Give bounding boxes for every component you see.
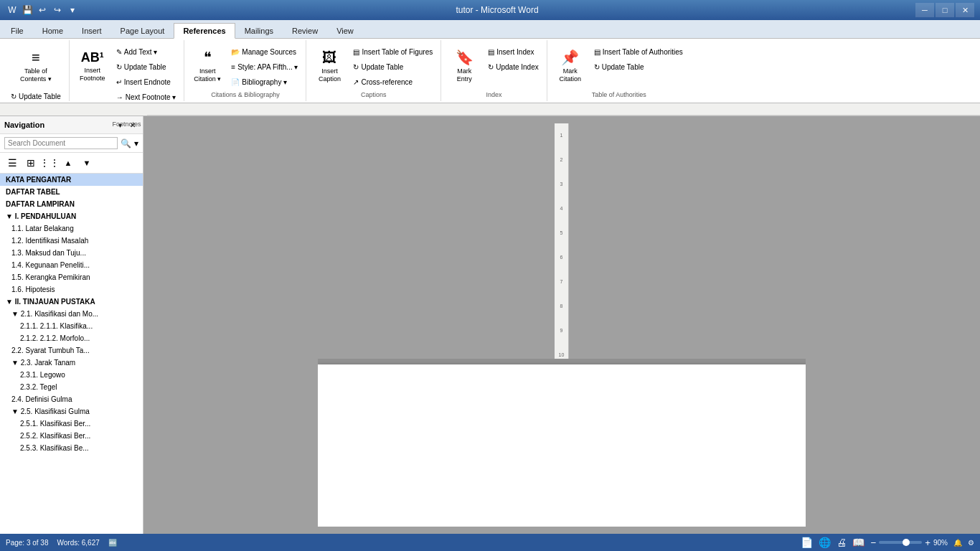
undo-button[interactable]: ↩ <box>36 4 49 17</box>
redo-button[interactable]: ↪ <box>51 4 64 17</box>
nav-item-daftar-tabel[interactable]: DAFTAR TABEL <box>0 186 143 198</box>
insert-index-button[interactable]: ▤ Insert Index <box>484 44 542 59</box>
add-text-button[interactable]: ✎ Add Text ▾ <box>113 44 180 59</box>
nav-item-jarak-tanam[interactable]: ▼ 2.3. Jarak Tanam <box>0 357 143 369</box>
zoom-thumb[interactable] <box>903 539 910 546</box>
nav-item-kegunaan[interactable]: 1.4. Kegunaan Peneliti... <box>0 259 143 271</box>
mark-entry-button[interactable]: 🔖 MarkEntry <box>446 44 483 88</box>
close-button[interactable]: ✕ <box>956 3 974 17</box>
nav-item-klasifikasi-ber-1[interactable]: 2.5.1. Klasifikasi Ber... <box>0 418 143 430</box>
mark-citation-icon: 📌 <box>561 49 579 66</box>
nav-item-kata-pengantar[interactable]: KATA PENGANTAR <box>0 174 143 186</box>
next-footnote-button[interactable]: → Next Footnote ▾ <box>113 90 180 104</box>
citation-label: InsertCitation ▾ <box>194 67 221 83</box>
zoom-slider[interactable] <box>879 541 922 544</box>
zoom-out-button[interactable]: − <box>870 537 876 548</box>
tab-page-layout[interactable]: Page Layout <box>111 22 174 38</box>
nav-view-grid-button[interactable]: ⊞ <box>23 155 39 171</box>
search-button[interactable]: 🔍 <box>121 138 131 149</box>
zoom-in-button[interactable]: + <box>925 537 930 548</box>
window-title: tutor - Microsoft Word <box>79 5 915 15</box>
insert-footnote-button[interactable]: AB¹ InsertFootnote <box>74 44 111 88</box>
nav-view-list-button[interactable]: ☰ <box>4 155 20 171</box>
insert-caption-button[interactable]: 🖼 InsertCaption <box>311 44 348 88</box>
nav-item-pendahuluan[interactable]: ▼ I. PENDAHULUAN <box>0 210 143 222</box>
tab-file[interactable]: File <box>1 22 33 38</box>
manage-label: Manage Sources <box>242 48 296 56</box>
notifications: 🔔 <box>953 539 962 547</box>
nav-item-klasifikasi-211[interactable]: 2.1.1. 2.1.1. Klasifika... <box>0 320 143 332</box>
search-input[interactable] <box>4 137 118 149</box>
tab-references[interactable]: References <box>174 23 235 39</box>
update-table-cap-button[interactable]: ↻ Update Table <box>349 60 436 74</box>
cross-ref-icon: ↗ <box>353 78 359 86</box>
pages-container[interactable] <box>318 359 806 527</box>
style-button[interactable]: ≡ Style: APA Fifth... ▾ <box>227 60 301 74</box>
word-count: Words: 6,627 <box>57 539 100 547</box>
insert-table-auth-button[interactable]: ▤ Insert Table of Authorities <box>590 44 687 59</box>
view-web-button[interactable]: 🌐 <box>819 537 831 548</box>
citations-group-label: Citations & Bibliography <box>189 90 301 100</box>
nav-item-klasifikasi-212[interactable]: 2.1.2. 2.1.2. Morfolo... <box>0 332 143 344</box>
view-normal-button[interactable]: 📄 <box>801 537 813 548</box>
authorities-group-content: 📌 MarkCitation ▤ Insert Table of Authori… <box>552 42 687 90</box>
add-text-icon: ✎ <box>116 48 122 56</box>
footnote-label: InsertFootnote <box>80 67 105 83</box>
mark-entry-label: MarkEntry <box>457 67 472 83</box>
document-area: 1 2 3 4 5 6 7 8 9 10 <box>143 116 980 534</box>
nav-item-daftar-lampiran[interactable]: DAFTAR LAMPIRAN <box>0 198 143 210</box>
view-reading-button[interactable]: 📖 <box>852 537 864 548</box>
update-idx-icon: ↻ <box>488 63 494 71</box>
title-bar: W 💾 ↩ ↪ ▾ tutor - Microsoft Word ─ □ ✕ <box>0 0 980 20</box>
search-options-button[interactable]: ▾ <box>134 138 138 149</box>
minimize-button[interactable]: ─ <box>915 3 934 17</box>
maximize-button[interactable]: □ <box>936 3 954 17</box>
nav-scroll-up-button[interactable]: ▲ <box>60 155 76 171</box>
tab-view[interactable]: View <box>327 22 363 38</box>
nav-item-hipotesis[interactable]: 1.6. Hipotesis <box>0 283 143 296</box>
tab-review[interactable]: Review <box>283 22 327 38</box>
manage-sources-button[interactable]: 📂 Manage Sources <box>227 44 301 59</box>
insert-endnote-button[interactable]: ↵ Insert Endnote <box>113 75 180 89</box>
ribbon-group-toc: ≡ Table ofContents ▾ ↻ Update Table Tabl… <box>3 40 70 101</box>
update-table-auth-button[interactable]: ↻ Update Table <box>590 60 687 74</box>
view-print-button[interactable]: 🖨 <box>837 537 847 548</box>
tab-home[interactable]: Home <box>33 22 72 38</box>
tab-mailings[interactable]: Mailings <box>235 22 283 38</box>
nav-item-tinjauan[interactable]: ▼ II. TINJAUAN PUSTAKA <box>0 296 143 308</box>
tab-insert[interactable]: Insert <box>72 22 111 38</box>
ribbon-group-footnotes: AB¹ InsertFootnote ✎ Add Text ▾ ↻ Update… <box>70 40 185 101</box>
nav-item-klasifikasi-ber-2[interactable]: 2.5.2. Klasifikasi Ber... <box>0 430 143 442</box>
nav-item-latar-belakang[interactable]: 1.1. Latar Belakang <box>0 222 143 235</box>
nav-item-maksud-tujuan[interactable]: 1.3. Maksud dan Tuju... <box>0 247 143 259</box>
bibliography-button[interactable]: 📄 Bibliography ▾ <box>227 75 301 89</box>
page-top[interactable] <box>318 364 806 527</box>
nav-item-identifikasi[interactable]: 1.2. Identifikasi Masalah <box>0 235 143 247</box>
nav-item-klasifikasi-21[interactable]: ▼ 2.1. Klasifikasi dan Mo... <box>0 308 143 320</box>
nav-view-pages-button[interactable]: ⋮⋮ <box>42 155 57 171</box>
nav-scroll-down-button[interactable]: ▼ <box>79 155 95 171</box>
window-controls: ─ □ ✕ <box>915 3 974 17</box>
nav-item-definisi-gulma[interactable]: 2.4. Definisi Gulma <box>0 393 143 405</box>
insert-table-figures-button[interactable]: ▤ Insert Table of Figures <box>349 44 436 59</box>
mark-entry-icon: 🔖 <box>456 49 473 66</box>
nav-item-syarat-tumbuh[interactable]: 2.2. Syarat Tumbuh Ta... <box>0 344 143 357</box>
nav-item-klasifikasi-ber-3[interactable]: 2.5.3. Klasifikasi Be... <box>0 442 143 454</box>
update-table-toc-button[interactable]: ↻ Update Table <box>7 89 65 103</box>
customize-qa-button[interactable]: ▾ <box>66 4 79 17</box>
update-table-fn-button[interactable]: ↻ Update Table <box>113 60 180 74</box>
mark-citation-button[interactable]: 📌 MarkCitation <box>552 44 589 88</box>
insert-citation-button[interactable]: ❝ InsertCitation ▾ <box>189 44 226 88</box>
cross-reference-button[interactable]: ↗ Cross-reference <box>349 75 436 89</box>
nav-item-kerangka[interactable]: 1.5. Kerangka Pemikiran <box>0 271 143 283</box>
table-of-contents-button[interactable]: ≡ Table ofContents ▾ <box>17 44 55 88</box>
nav-item-klasifikasi-gulma[interactable]: ▼ 2.5. Klasifikasi Gulma <box>0 405 143 418</box>
ruler-mark-9: 9 <box>560 326 563 334</box>
ruler-mark-5: 5 <box>560 228 563 237</box>
nav-item-legowo[interactable]: 2.3.1. Legowo <box>0 369 143 381</box>
update-index-button[interactable]: ↻ Update Index <box>484 60 542 74</box>
update-cap-label: Update Table <box>361 63 403 71</box>
save-button[interactable]: 💾 <box>21 4 34 17</box>
authorities-col: ▤ Insert Table of Authorities ↻ Update T… <box>590 44 687 74</box>
nav-item-tegel[interactable]: 2.3.2. Tegel <box>0 381 143 393</box>
